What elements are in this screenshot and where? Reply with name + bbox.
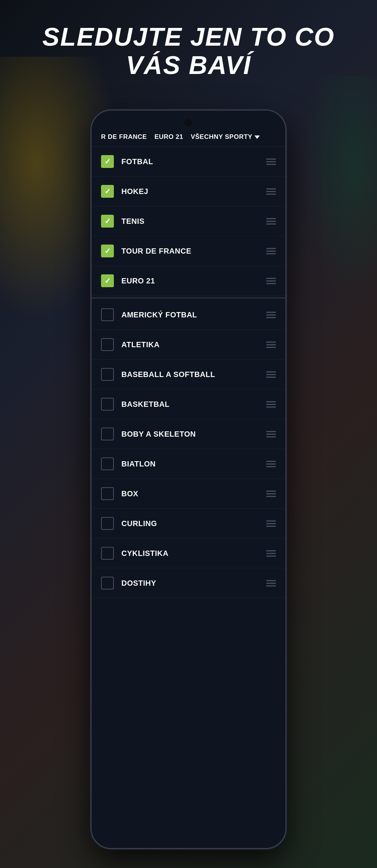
drag-line [266, 221, 276, 222]
checkbox-box[interactable] [101, 487, 114, 500]
sport-item-baseball-softball[interactable]: BASEBALL A SOFTBALL [92, 360, 285, 389]
drag-handle-curling[interactable] [266, 520, 276, 527]
drag-line [266, 377, 276, 378]
drag-handle-euro-21[interactable] [266, 278, 276, 284]
phone-notch [185, 119, 192, 126]
checkbox-baseball-softball[interactable] [101, 368, 114, 381]
drag-line [266, 466, 276, 467]
nav-item-tour[interactable]: R DE FRANCE [101, 133, 147, 141]
drag-handle-hokej[interactable] [266, 188, 276, 195]
sport-item-dostihy[interactable]: DOSTIHY [92, 568, 285, 598]
sport-item-atletika[interactable]: ATLETIKA [92, 330, 285, 360]
sport-label-curling: CURLING [121, 519, 259, 528]
checkbox-euro-21[interactable]: ✓ [101, 274, 114, 287]
sport-item-euro-21[interactable]: ✓ EURO 21 [92, 266, 285, 296]
checkbox-basketbal[interactable] [101, 398, 114, 411]
drag-handle-box[interactable] [266, 491, 276, 497]
checkbox-cyklistika[interactable] [101, 547, 114, 560]
drag-line [266, 401, 276, 402]
checkbox-tenis[interactable]: ✓ [101, 215, 114, 228]
drag-line [266, 342, 276, 343]
sport-label-atletika: ATLETIKA [121, 340, 259, 349]
sport-item-curling[interactable]: CURLING [92, 509, 285, 539]
drag-handle-biatlon[interactable] [266, 461, 276, 467]
sport-item-biatlon[interactable]: BIATLON [92, 449, 285, 479]
drag-handle-boby-skeleton[interactable] [266, 431, 276, 437]
drag-line [266, 436, 276, 437]
checkbox-dostihy[interactable] [101, 577, 114, 589]
drag-handle-dostihy[interactable] [266, 580, 276, 586]
sport-label-cyklistika: CYKLISTIKA [121, 549, 259, 558]
checkmark-icon: ✓ [104, 247, 111, 255]
checkmark-icon: ✓ [104, 217, 111, 225]
drag-handle-tenis[interactable] [266, 218, 276, 225]
drag-line [266, 188, 276, 189]
phone-content: R DE FRANCE EURO 21 VŠECHNY SPORTY ✓ FOT… [92, 111, 285, 848]
sport-label-dostihy: DOSTIHY [121, 579, 259, 588]
drag-line [266, 374, 276, 375]
sport-item-boby-skeleton[interactable]: BOBY A SKELETON [92, 419, 285, 449]
sport-label-tenis: TENIS [121, 217, 259, 226]
phone-frame: R DE FRANCE EURO 21 VŠECHNY SPORTY ✓ FOT… [90, 109, 287, 849]
drag-handle-cyklistika[interactable] [266, 550, 276, 557]
checkmark-icon: ✓ [104, 188, 111, 195]
drag-line [266, 580, 276, 581]
navigation-bar: R DE FRANCE EURO 21 VŠECHNY SPORTY [92, 111, 285, 147]
sport-item-basketbal[interactable]: BASKETBAL [92, 389, 285, 419]
drag-line [266, 191, 276, 192]
nav-item-euro[interactable]: EURO 21 [155, 133, 183, 141]
nav-dropdown-all-sports[interactable]: VŠECHNY SPORTY [191, 133, 260, 141]
drag-handle-basketbal[interactable] [266, 401, 276, 408]
drag-line [266, 317, 276, 318]
drag-line [266, 556, 276, 557]
drag-line [266, 159, 276, 160]
checkbox-hokej[interactable]: ✓ [101, 185, 114, 198]
drag-handle-americky-fotbal[interactable] [266, 312, 276, 318]
checkbox-boby-skeleton[interactable] [101, 428, 114, 440]
sport-label-americky-fotbal: AMERICKÝ FOTBAL [121, 311, 259, 319]
drag-line [266, 314, 276, 315]
drag-line [266, 404, 276, 405]
checkbox-curling[interactable] [101, 517, 114, 530]
drag-line [266, 248, 276, 249]
drag-line [266, 496, 276, 497]
chevron-down-icon [254, 135, 260, 139]
drag-line [266, 223, 276, 225]
sport-item-tour-de-france[interactable]: ✓ TOUR DE FRANCE [92, 236, 285, 266]
checkbox-americky-fotbal[interactable] [101, 308, 114, 321]
drag-line [266, 164, 276, 165]
hero-title: SLEDUJTE JEN TO CO VÁS BAVÍ [23, 23, 354, 79]
drag-line [266, 583, 276, 584]
sport-item-hokej[interactable]: ✓ HOKEJ [92, 177, 285, 206]
drag-line [266, 585, 276, 586]
checkmark-icon: ✓ [104, 277, 111, 285]
checkbox-tour-de-france[interactable]: ✓ [101, 245, 114, 257]
hero-section: SLEDUJTE JEN TO CO VÁS BAVÍ [0, 23, 377, 79]
sport-item-cyklistika[interactable]: CYKLISTIKA [92, 539, 285, 568]
checkbox-biatlon[interactable] [101, 457, 114, 470]
sport-item-box[interactable]: BOX [92, 479, 285, 509]
checkbox-atletika[interactable] [101, 338, 114, 351]
drag-line [266, 280, 276, 282]
sport-item-fotbal[interactable]: ✓ FOTBAL [92, 147, 285, 177]
drag-handle-fotbal[interactable] [266, 159, 276, 165]
drag-line [266, 523, 276, 524]
sport-label-hokej: HOKEJ [121, 187, 259, 196]
drag-handle-tour-de-france[interactable] [266, 248, 276, 254]
drag-line [266, 461, 276, 462]
drag-handle-atletika[interactable] [266, 342, 276, 348]
checkbox-fotbal[interactable]: ✓ [101, 155, 114, 168]
sport-label-euro-21: EURO 21 [121, 277, 259, 285]
sport-label-basketbal: BASKETBAL [121, 400, 259, 409]
sport-label-box: BOX [121, 489, 259, 498]
sport-item-tenis[interactable]: ✓ TENIS [92, 206, 285, 236]
sport-item-americky-fotbal[interactable]: AMERICKÝ FOTBAL [92, 300, 285, 330]
sport-label-tour-de-france: TOUR DE FRANCE [121, 247, 259, 255]
checkmark-icon: ✓ [104, 158, 111, 165]
drag-line [266, 520, 276, 522]
sport-label-boby-skeleton: BOBY A SKELETON [121, 430, 259, 439]
sports-list[interactable]: ✓ FOTBAL ✓ HOKEJ [92, 147, 285, 848]
drag-handle-baseball-softball[interactable] [266, 371, 276, 378]
sport-label-baseball-softball: BASEBALL A SOFTBALL [121, 370, 259, 379]
section-divider [92, 297, 285, 299]
